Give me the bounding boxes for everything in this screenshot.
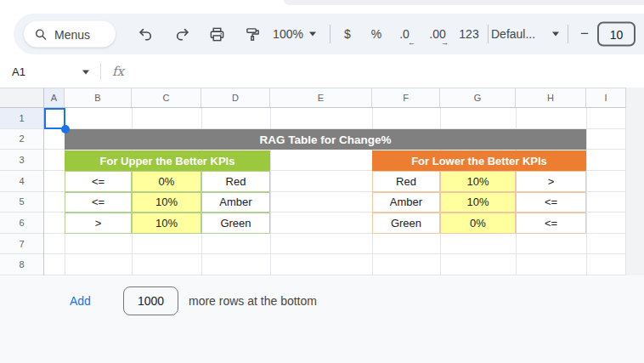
decrease-font-size-button[interactable]: −	[577, 26, 592, 43]
print-button[interactable]	[205, 22, 229, 46]
grid-right-gutter	[626, 88, 644, 275]
add-rows-button[interactable]: Add	[70, 294, 91, 308]
redo-button[interactable]	[170, 22, 194, 46]
upper-better-header[interactable]: For Upper the Better KPIs	[65, 150, 270, 171]
undo-icon	[138, 26, 154, 43]
fill-handle[interactable]	[61, 125, 70, 133]
increase-decimal-button[interactable]: .00 →	[425, 27, 450, 41]
table-cell[interactable]: Amber	[372, 192, 440, 213]
menus-search[interactable]: Menus	[24, 21, 116, 48]
arrow-right-icon: →	[441, 38, 449, 47]
table-cell[interactable]: Green	[372, 213, 440, 234]
browser-strip	[0, 0, 644, 12]
row-header-4[interactable]: 4	[0, 171, 43, 192]
formula-bar-divider	[100, 63, 101, 80]
format-percent-button[interactable]: %	[367, 27, 386, 41]
row-header-8[interactable]: 8	[0, 254, 43, 275]
table-cell[interactable]: >	[65, 213, 132, 234]
format-currency-button[interactable]: $	[338, 27, 357, 41]
row-header-3[interactable]: 3	[0, 150, 43, 171]
font-family-select[interactable]: Defaul...	[491, 27, 544, 41]
browser-tab-edge	[284, 0, 644, 5]
table-cell[interactable]: 0%	[440, 213, 516, 234]
table-cell[interactable]: Red	[201, 171, 270, 192]
font-size-input[interactable]: 10	[597, 22, 636, 47]
lower-better-table: Red 10% > Amber 10% <= Green 0% <=	[372, 171, 586, 234]
column-header-a[interactable]: A	[44, 88, 65, 108]
fx-icon: fx	[112, 63, 124, 78]
toolbar: Menus 100% $ % .0 ← .00 → 123 Defaul...	[14, 14, 644, 54]
zoom-select[interactable]: 100%	[270, 27, 306, 41]
select-all-corner[interactable]	[0, 88, 44, 108]
upper-better-table: <= 0% Red <= 10% Amber > 10% Green	[65, 171, 270, 234]
column-header-e[interactable]: E	[270, 88, 372, 108]
row-header-1[interactable]: 1	[0, 108, 43, 129]
column-header-c[interactable]: C	[132, 88, 201, 108]
row-count-input[interactable]	[123, 286, 178, 315]
formula-bar: A1 fx	[0, 54, 644, 88]
column-header-g[interactable]: G	[440, 88, 516, 108]
zoom-caret-icon[interactable]	[309, 32, 316, 37]
arrow-left-icon: ←	[408, 38, 415, 47]
add-rows-bar: Add more rows at the bottom	[0, 276, 644, 363]
sheets-app-window: Menus 100% $ % .0 ← .00 → 123 Defaul...	[0, 0, 644, 363]
decrease-decimal-button[interactable]: .0 ←	[393, 27, 415, 41]
toolbar-divider	[330, 25, 330, 43]
table-cell[interactable]: <=	[516, 192, 586, 213]
lower-better-header[interactable]: For Lower the Better KPIs	[372, 150, 586, 171]
column-header-h[interactable]: H	[516, 88, 586, 108]
column-header-f[interactable]: F	[372, 88, 440, 108]
table-cell[interactable]: <=	[516, 213, 586, 234]
redo-icon	[174, 26, 190, 43]
name-box-caret-icon[interactable]	[82, 70, 89, 74]
row-header-7[interactable]: 7	[0, 234, 43, 255]
table-cell[interactable]: 10%	[132, 213, 201, 234]
toolbar-divider	[568, 25, 568, 43]
table-cell[interactable]: 0%	[132, 171, 201, 192]
add-rows-suffix-label: more rows at the bottom	[189, 294, 317, 308]
menus-label: Menus	[54, 27, 90, 41]
table-cell[interactable]: Red	[372, 171, 440, 192]
search-icon	[34, 27, 48, 41]
paint-roller-icon	[245, 26, 261, 43]
row-headers: 1 2 3 4 5 6 7 8	[0, 108, 44, 275]
table-cell[interactable]: <=	[65, 171, 132, 192]
undo-button[interactable]	[133, 22, 157, 46]
row-header-2[interactable]: 2	[0, 129, 43, 150]
row-header-6[interactable]: 6	[0, 213, 43, 234]
more-formats-button[interactable]: 123	[456, 27, 482, 41]
column-header-d[interactable]: D	[201, 88, 270, 108]
table-cell[interactable]: Green	[201, 213, 270, 234]
paint-format-button[interactable]	[240, 22, 264, 46]
rag-table-title[interactable]: RAG Table for Change%	[65, 129, 586, 150]
table-cell[interactable]: <=	[65, 192, 132, 213]
column-header-i[interactable]: I	[586, 88, 626, 108]
print-icon	[209, 26, 225, 43]
table-cell[interactable]: 10%	[440, 171, 516, 192]
table-cell[interactable]: >	[516, 171, 586, 192]
table-cell[interactable]: 10%	[132, 192, 201, 213]
row-header-5[interactable]: 5	[0, 192, 43, 213]
font-caret-icon[interactable]	[552, 32, 559, 37]
table-cell[interactable]: 10%	[440, 192, 516, 213]
column-header-b[interactable]: B	[65, 88, 132, 108]
table-cell[interactable]: Amber	[201, 192, 270, 213]
name-box[interactable]: A1	[12, 65, 71, 77]
toolbar-divider	[488, 25, 489, 43]
